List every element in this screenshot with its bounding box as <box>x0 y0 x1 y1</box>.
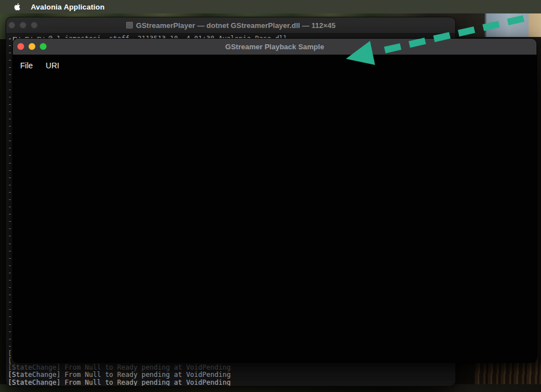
terminal-log-lines: [StateChange] From Null to Ready pending… <box>8 364 230 386</box>
terminal-proxy-icon <box>126 22 133 29</box>
menu-bar: Avalonia Application <box>0 0 541 13</box>
app-titlebar[interactable]: GStreamer Playback Sample <box>13 39 537 55</box>
terminal-minimize-button[interactable] <box>20 22 26 29</box>
app-close-button[interactable] <box>17 43 24 50</box>
terminal-log-line: [StateChange] From Null to Ready pending… <box>8 379 230 386</box>
desktop-screen: Avalonia Application GStreamerPlayer — d… <box>0 0 541 392</box>
terminal-close-button[interactable] <box>8 22 15 29</box>
gstreamer-app-window: GStreamer Playback Sample FileURI <box>12 38 537 363</box>
active-app-name[interactable]: Avalonia Application <box>31 3 105 11</box>
app-menu-uri[interactable]: URI <box>46 60 59 71</box>
app-minimize-button[interactable] <box>29 43 35 50</box>
app-menu-file[interactable]: File <box>20 60 33 71</box>
apple-menu-icon[interactable] <box>13 2 22 11</box>
app-zoom-button[interactable] <box>40 43 47 50</box>
terminal-log-line: [StateChange] From Null to Ready pending… <box>8 364 230 371</box>
terminal-titlebar[interactable]: GStreamerPlayer — dotnet GStreamerPlayer… <box>6 17 455 34</box>
terminal-title: GStreamerPlayer — dotnet GStreamerPlayer… <box>136 21 336 30</box>
terminal-log-line: [StateChange] From Null to Ready pending… <box>8 371 230 379</box>
app-window-title: GStreamer Playback Sample <box>13 43 537 51</box>
terminal-zoom-button[interactable] <box>31 22 38 29</box>
app-menu-bar-row: FileURI <box>13 55 537 71</box>
app-video-area[interactable] <box>13 71 537 362</box>
apple-logo-icon <box>13 2 22 11</box>
